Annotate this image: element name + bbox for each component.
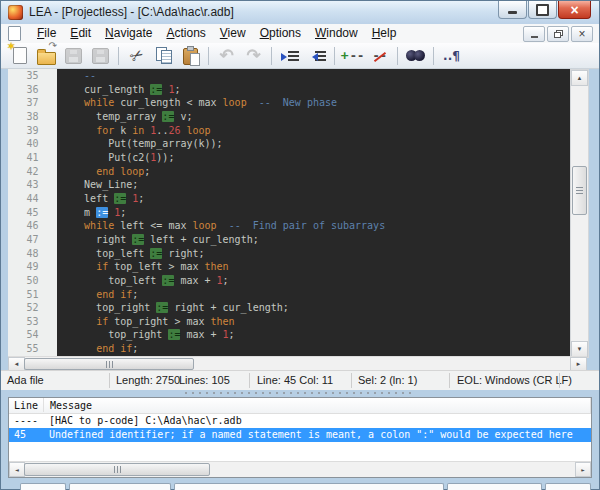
column-header-line[interactable]: Line xyxy=(9,398,44,412)
menu-navigate[interactable]: Navigate xyxy=(98,25,159,42)
cut-icon xyxy=(130,46,143,65)
editor-vertical-scrollbar[interactable]: ▲ ▼ xyxy=(570,69,589,358)
line-number: 45 xyxy=(8,206,57,220)
scroll-down-arrow[interactable]: ▼ xyxy=(571,341,588,357)
menu-bar: File Edit Navigate Actions View Options … xyxy=(1,24,599,44)
line-number: 55 xyxy=(8,342,57,356)
panel-splitter[interactable] xyxy=(1,389,599,397)
status-separator xyxy=(449,373,450,388)
code-line: 39 for k in 1..26 loop xyxy=(8,124,570,138)
indent-button[interactable] xyxy=(276,44,303,67)
thumb-grip xyxy=(117,466,118,473)
message-row[interactable]: ---- [HAC to p-code] C:\Ada\hac\r.adb xyxy=(9,414,591,428)
code-text: m := 1; xyxy=(57,206,570,220)
mdi-restore-button[interactable] xyxy=(547,26,569,42)
close-button[interactable] xyxy=(558,1,591,19)
show-formatting-marks-button[interactable] xyxy=(438,44,465,67)
message-text-cell: [HAC to p-code] C:\Ada\hac\r.adb xyxy=(43,414,591,428)
toolbar-separator xyxy=(397,47,398,65)
open-file-button[interactable] xyxy=(33,44,60,67)
horizontal-scroll-thumb[interactable] xyxy=(24,358,194,370)
menu-view[interactable]: View xyxy=(213,25,253,42)
message-row[interactable]: 45 Undefined identifier; if a named stat… xyxy=(9,428,591,442)
paste-icon xyxy=(183,48,198,65)
code-text: top_left := right; xyxy=(57,247,570,261)
line-number: 51 xyxy=(8,288,57,302)
code-text: -- xyxy=(57,69,570,83)
bottom-statusbar-segment xyxy=(69,483,171,490)
code-line: 49 if top_left > max then xyxy=(8,260,570,274)
horizontal-scroll-thumb[interactable] xyxy=(24,463,210,476)
status-separator xyxy=(109,373,110,388)
line-number: 41 xyxy=(8,151,57,165)
editor-horizontal-scrollbar[interactable]: ◄ ► xyxy=(8,356,587,371)
toolbar xyxy=(1,43,599,69)
mdi-restore-icon xyxy=(554,30,563,38)
code-text: end if; xyxy=(57,288,570,302)
menu-options[interactable]: Options xyxy=(253,25,308,42)
menu-edit[interactable]: Edit xyxy=(63,25,98,42)
line-number: 42 xyxy=(8,165,57,179)
line-number: 44 xyxy=(8,192,57,206)
mdi-close-icon xyxy=(578,28,585,40)
message-line-cell: ---- xyxy=(9,414,43,428)
copy-button[interactable] xyxy=(150,44,177,67)
bottom-statusbar-segment xyxy=(545,483,591,490)
editor-status-bar: Ada file Length: 2750 Lines: 105 Line: 4… xyxy=(1,370,599,390)
line-number: 40 xyxy=(8,137,57,151)
save-as-icon xyxy=(92,48,109,64)
line-number: 37 xyxy=(8,96,57,110)
find-button[interactable] xyxy=(402,44,429,67)
uncomment-button[interactable] xyxy=(366,44,393,67)
message-panel[interactable]: Line Message ---- [HAC to p-code] C:\Ada… xyxy=(8,397,592,478)
line-number: 46 xyxy=(8,219,57,233)
message-text-cell: Undefined identifier; if a named stateme… xyxy=(43,428,591,442)
paste-button[interactable] xyxy=(177,44,204,67)
column-header-message[interactable]: Message xyxy=(44,398,591,413)
new-document-button[interactable] xyxy=(6,44,33,67)
scroll-right-arrow[interactable]: ► xyxy=(575,462,591,477)
line-number: 47 xyxy=(8,233,57,247)
menu-actions[interactable]: Actions xyxy=(159,25,212,42)
redo-icon xyxy=(246,45,260,66)
scroll-left-arrow[interactable]: ◄ xyxy=(9,462,25,477)
menu-help[interactable]: Help xyxy=(365,25,404,42)
title-bar[interactable]: LEA - [Projectless] - [C:\Ada\hac\r.adb] xyxy=(1,1,599,24)
menu-window[interactable]: Window xyxy=(308,25,365,42)
uncomment-icon xyxy=(372,50,388,62)
cut-button[interactable] xyxy=(123,44,150,67)
open-file-icon xyxy=(37,52,56,65)
find-icon xyxy=(406,50,425,62)
document-icon xyxy=(8,26,21,41)
line-number: 38 xyxy=(8,110,57,124)
minimize-button[interactable] xyxy=(498,1,527,19)
unindent-icon xyxy=(308,50,326,62)
code-text: Put(temp_array(k)); xyxy=(57,137,570,151)
vertical-scroll-thumb[interactable] xyxy=(572,166,587,215)
mdi-close-button[interactable] xyxy=(571,26,593,42)
code-line: 54 top_right := max + 1; xyxy=(8,328,570,342)
status-file-type: Ada file xyxy=(7,374,44,386)
code-editor[interactable]: 35 --36 cur_length := 1;37 while cur_len… xyxy=(8,69,570,356)
code-text: temp_array := v; xyxy=(57,110,570,124)
scroll-right-arrow[interactable]: ► xyxy=(570,357,587,371)
menu-file[interactable]: File xyxy=(30,25,63,42)
maximize-icon xyxy=(536,4,549,16)
message-horizontal-scrollbar[interactable]: ◄ ► xyxy=(9,461,591,477)
unindent-button[interactable] xyxy=(303,44,330,67)
code-text: if top_right > max then xyxy=(57,315,570,329)
code-text: while cur_length < max loop -- New phase xyxy=(57,96,570,110)
code-line: 50 top_left := max + 1; xyxy=(8,274,570,288)
toggle-comment-button[interactable] xyxy=(339,44,366,67)
mdi-minimize-button[interactable] xyxy=(523,26,545,42)
splitter-grip-icon xyxy=(185,392,415,394)
scroll-left-arrow[interactable]: ◄ xyxy=(8,357,25,371)
code-text: top_right := right + cur_length; xyxy=(57,301,570,315)
line-number: 50 xyxy=(8,274,57,288)
scroll-up-arrow[interactable]: ▲ xyxy=(571,70,588,86)
window-title: LEA - [Projectless] - [C:\Ada\hac\r.adb] xyxy=(29,5,234,19)
code-line: 38 temp_array := v; xyxy=(8,110,570,124)
status-lines: Lines: 105 xyxy=(179,374,230,386)
code-line: 47 right := left + cur_length; xyxy=(8,233,570,247)
maximize-button[interactable] xyxy=(528,1,557,19)
